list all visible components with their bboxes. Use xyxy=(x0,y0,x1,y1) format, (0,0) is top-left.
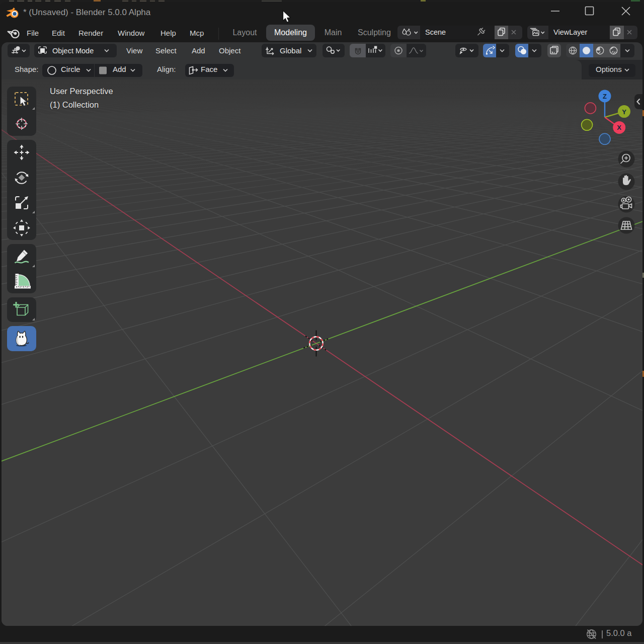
svg-text:X: X xyxy=(617,124,621,131)
svg-text:Z: Z xyxy=(603,93,607,100)
svg-text:Y: Y xyxy=(622,108,626,116)
